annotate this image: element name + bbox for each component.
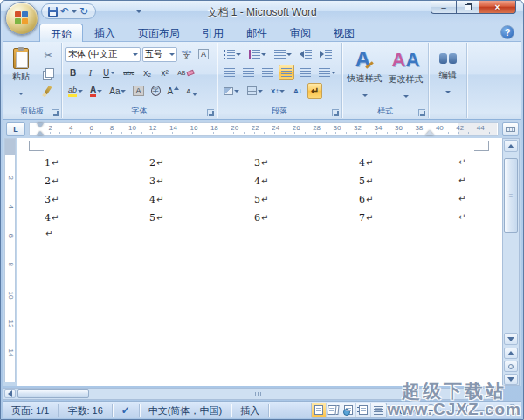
justify-button[interactable] xyxy=(279,65,295,80)
paragraph-dialog-launcher[interactable] xyxy=(332,109,339,116)
paragraph-mark-icon: ↵ xyxy=(366,176,373,186)
align-right-button[interactable] xyxy=(259,65,276,80)
previous-page-button[interactable] xyxy=(504,348,518,359)
scroll-left-button[interactable] xyxy=(4,389,16,398)
decrease-indent-button[interactable] xyxy=(297,46,314,62)
enclose-characters-button[interactable]: 字 xyxy=(148,83,163,99)
paste-button[interactable]: 粘贴 xyxy=(6,45,36,101)
ribbon-tab-row: 开始 插入 页面布局 引用 邮件 审阅 视图 ? xyxy=(3,24,521,42)
print-layout-view-button[interactable] xyxy=(312,403,327,417)
increase-indent-button[interactable] xyxy=(317,46,334,62)
web-layout-view-button[interactable] xyxy=(341,403,356,417)
tab-stop-selector[interactable]: L xyxy=(6,122,25,136)
show-hide-marks-button[interactable]: ↵ xyxy=(307,83,322,99)
borders-button[interactable] xyxy=(245,83,265,99)
tab-page-layout[interactable]: 页面布局 xyxy=(127,24,191,42)
grow-font-button[interactable]: A xyxy=(165,83,183,99)
minimize-button[interactable]: – xyxy=(431,1,456,14)
tab-home[interactable]: 开始 xyxy=(39,24,83,42)
strikethrough-button[interactable]: abc xyxy=(121,65,137,80)
vertical-scrollbar-thumb[interactable]: ≡ xyxy=(504,158,518,233)
first-line-indent-marker[interactable] xyxy=(37,123,44,127)
quick-styles-button[interactable]: A 快速样式 xyxy=(345,45,384,101)
horizontal-scrollbar-thumb[interactable] xyxy=(17,389,89,398)
document-row[interactable]: 1↵ 2↵ 3↵ 4↵ ↵ xyxy=(17,157,502,175)
ruler-number: 22 xyxy=(245,124,265,132)
tab-insert[interactable]: 插入 xyxy=(83,24,127,42)
chevron-down-icon xyxy=(445,91,451,93)
tab-review[interactable]: 审阅 xyxy=(279,24,322,42)
outline-view-button[interactable] xyxy=(356,403,371,417)
distribute-button[interactable] xyxy=(297,65,314,80)
paragraph-mark-icon: ↵ xyxy=(52,195,59,204)
ruler-number: 16 xyxy=(183,124,203,132)
change-case-button[interactable]: Aa xyxy=(107,83,128,99)
highlight-icon: ab xyxy=(68,86,77,97)
vertical-scrollbar[interactable]: ≡ xyxy=(502,138,520,386)
hanging-indent-marker[interactable] xyxy=(37,131,44,135)
restore-button[interactable] xyxy=(456,1,479,14)
language-indicator[interactable]: 中文(简体，中国) xyxy=(140,404,231,417)
word-count[interactable]: 字数: 16 xyxy=(59,404,112,417)
shading-button[interactable] xyxy=(221,83,242,99)
italic-button[interactable]: I xyxy=(83,65,98,80)
close-button[interactable]: × xyxy=(479,1,516,14)
change-styles-button[interactable]: AA 更改样式 xyxy=(386,45,425,101)
document-row[interactable]: 4↵ 5↵ 6↵ 7↵ ↵ xyxy=(17,212,502,230)
editing-button[interactable]: 编辑 xyxy=(431,45,465,101)
line-spacing-button[interactable] xyxy=(316,65,339,80)
proofing-status-icon[interactable]: ✓ xyxy=(113,404,140,417)
sort-button[interactable]: A↓ xyxy=(290,83,305,99)
document-page[interactable]: 1↵ 2↵ 3↵ 4↵ ↵ 2↵ 3↵ 4↵ 5↵ ↵ 3↵ 4↵ 5↵ 6↵ … xyxy=(17,138,502,386)
ruler-number: 28 xyxy=(307,124,327,132)
ruler-number: 34 xyxy=(368,124,388,132)
multilevel-list-button[interactable] xyxy=(272,46,294,62)
asian-layout-button[interactable]: X↕ xyxy=(268,83,287,99)
clear-formatting-button[interactable]: AB xyxy=(175,65,196,80)
tab-mailings[interactable]: 邮件 xyxy=(235,24,279,42)
phonetic-guide-button[interactable]: wén文 xyxy=(179,46,194,62)
bold-button[interactable]: B xyxy=(66,65,80,80)
format-painter-button[interactable] xyxy=(38,82,58,98)
page-indicator[interactable]: 页面: 1/1 xyxy=(3,404,59,417)
horizontal-ruler[interactable]: 2468101214161820222426283032343638404244 xyxy=(29,122,499,136)
clipboard-dialog-launcher[interactable] xyxy=(52,109,59,116)
font-size-combobox[interactable]: 五号 xyxy=(142,47,177,62)
help-button[interactable]: ? xyxy=(500,25,514,39)
font-name-combobox[interactable]: 宋体 (中文正 xyxy=(66,47,141,62)
tab-view[interactable]: 视图 xyxy=(322,24,366,42)
tab-references[interactable]: 引用 xyxy=(191,24,235,42)
superscript-button[interactable]: x² xyxy=(157,65,172,80)
font-dialog-launcher[interactable] xyxy=(207,109,214,116)
copy-button[interactable] xyxy=(38,65,58,80)
shrink-font-button[interactable]: A xyxy=(183,83,199,99)
ruler-toggle-button[interactable] xyxy=(502,122,519,136)
full-screen-reading-view-button[interactable] xyxy=(327,403,341,417)
office-button[interactable] xyxy=(5,2,38,35)
underline-button[interactable]: U xyxy=(100,65,118,80)
styles-dialog-launcher[interactable] xyxy=(418,109,425,116)
numbering-button[interactable] xyxy=(246,46,269,62)
font-color-button[interactable]: A xyxy=(87,83,105,99)
paste-dropdown-icon[interactable] xyxy=(18,93,24,95)
align-center-button[interactable] xyxy=(240,65,257,80)
document-row[interactable]: 2↵ 3↵ 4↵ 5↵ ↵ xyxy=(17,176,502,193)
title-bar[interactable]: ↶ ↻ 文档 1 - Microsoft Word – × xyxy=(1,1,523,24)
insert-mode-indicator[interactable]: 插入 xyxy=(231,404,269,417)
subscript-button[interactable]: x₂ xyxy=(140,65,155,80)
scroll-up-button[interactable] xyxy=(504,140,518,152)
text-highlight-button[interactable]: ab xyxy=(66,83,86,99)
final-paragraph-mark: ↵ xyxy=(45,229,52,238)
character-shading-button[interactable]: A xyxy=(130,83,146,99)
document-row[interactable]: 3↵ 4↵ 5↵ 6↵ ↵ xyxy=(17,194,502,211)
cut-button[interactable]: ✂ xyxy=(38,47,58,63)
vertical-ruler[interactable]: 2468101214 xyxy=(4,138,16,382)
bullets-button[interactable] xyxy=(221,46,244,62)
draft-view-button[interactable] xyxy=(371,403,386,417)
select-browse-object-button[interactable] xyxy=(504,361,518,372)
character-border-button[interactable]: A xyxy=(196,46,211,62)
scroll-down-button[interactable] xyxy=(504,333,518,345)
align-left-button[interactable] xyxy=(221,65,238,80)
paragraph-mark-icon: ↵ xyxy=(261,176,268,186)
right-indent-marker[interactable] xyxy=(425,130,434,135)
